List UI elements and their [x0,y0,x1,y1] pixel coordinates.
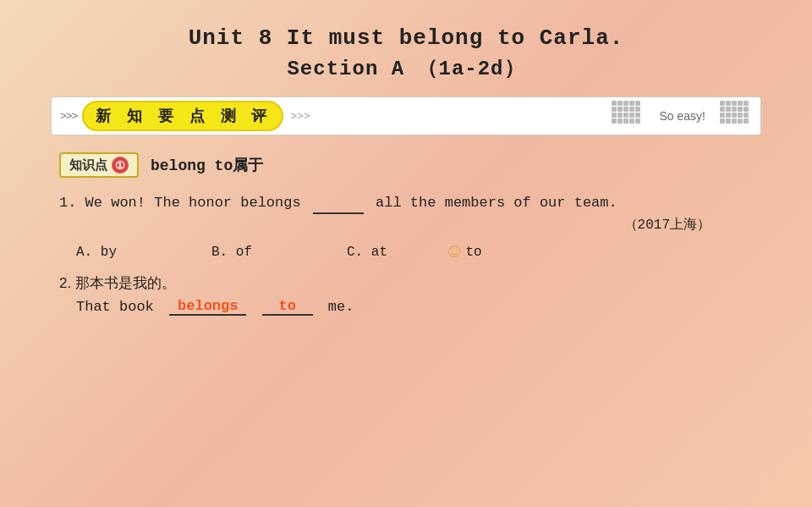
banner-grid-right [720,101,754,131]
banner-grid-left [612,101,645,131]
q1-source: （2017上海） [59,216,761,234]
option-d: to [465,245,481,260]
questions-area: 1. We won! The honor belongs all the mem… [59,190,761,316]
page-container: Unit 8 It must belong to Carla. Section … [0,0,812,507]
banner-bar: >>> 新 知 要 点 测 评 >>> So easy! [51,96,761,135]
option-a: A. by [76,245,211,260]
left-arrows-icon: >>> [60,110,77,123]
right-arrows-icon: >>> [290,110,310,123]
question-1: 1. We won! The honor belongs all the mem… [59,190,761,263]
badge-text: 知识点 [69,157,107,174]
smiley-icon: ☺ [448,240,460,263]
q1-text2: all the members of our team. [376,195,617,211]
question-1-line: 1. We won! The honor belongs all the mem… [59,190,761,214]
main-title: Unit 8 It must belong to Carla. [51,25,761,51]
fill-row: That book belongs to me. [76,298,761,316]
option-c: C. at [347,245,448,260]
sub-title: Section A （1a-2d） [51,54,761,81]
q2-chinese-text: 那本书是我的。 [75,275,176,291]
q1-number: 1. [59,195,76,211]
banner-left: >>> 新 知 要 点 测 评 >>> [52,101,319,131]
q2-blank1: belongs [169,298,246,316]
options-row: A. by B. of C. at ☺ to [76,240,761,263]
knowledge-label: belong to属于 [151,155,263,175]
option-b: B. of [211,245,347,260]
q2-prefix: That book [76,299,154,315]
q2-chinese: 2. 那本书是我的。 [59,273,761,293]
knowledge-badge: 知识点 ① [59,152,139,178]
q2-number: 2. [59,275,71,291]
so-easy-label: So easy! [660,109,705,123]
q2-suffix: me. [328,299,354,315]
q2-blank2: to [262,298,313,316]
q1-text: We won! The honor belongs [85,195,301,211]
banner-chinese-text: 新 知 要 点 测 评 [82,101,283,131]
knowledge-badge-row: 知识点 ① belong to属于 [59,152,761,178]
title-area: Unit 8 It must belong to Carla. Section … [51,25,761,81]
q1-blank [313,190,364,214]
badge-number: ① [112,157,129,174]
question-2: 2. 那本书是我的。 That book belongs to me. [59,273,761,316]
